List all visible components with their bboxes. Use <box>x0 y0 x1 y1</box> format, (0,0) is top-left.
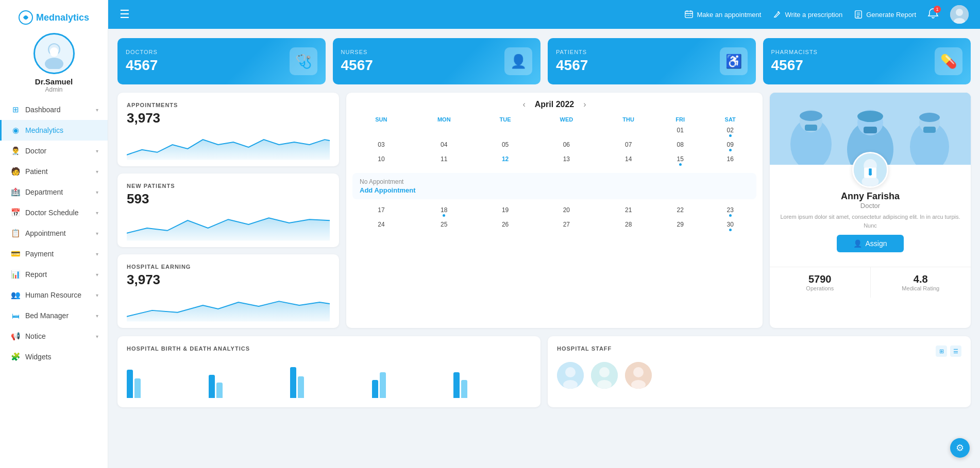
sidebar-item-notice[interactable]: 📢 Notice ▾ <box>0 326 108 346</box>
cal-day-28[interactable]: 28 <box>599 219 657 233</box>
sidebar-item-label-appointment: Appointment <box>25 229 66 237</box>
nav-icon-patient: 🧑 <box>11 167 20 176</box>
calendar-header: ‹ April 2022 › <box>351 100 757 109</box>
day-num: 19 <box>502 206 509 214</box>
cal-day-17[interactable]: 17 <box>351 204 411 219</box>
day-num: 27 <box>563 221 570 228</box>
cal-day-26[interactable]: 26 <box>477 219 534 233</box>
sidebar-item-human-resource[interactable]: 👥 Human Resource ▾ <box>0 285 108 305</box>
generate-report-button[interactable]: Generate Report <box>854 10 916 19</box>
nav-chevron-patient: ▾ <box>96 169 98 175</box>
new-patients-chart-value: 593 <box>127 191 330 207</box>
cal-day-13[interactable]: 13 <box>533 153 599 168</box>
nav-chevron-department: ▾ <box>96 189 98 195</box>
nav-icon-bed-manager: 🛏 <box>11 311 20 320</box>
sidebar-item-left: 👨‍⚕️ Doctor <box>11 146 46 155</box>
hamburger-icon[interactable]: ☰ <box>120 8 130 21</box>
cal-day-05[interactable]: 05 <box>477 139 534 153</box>
sidebar-item-label-mednalytics: Mednalytics <box>25 126 63 134</box>
cal-day-27[interactable]: 27 <box>533 219 599 233</box>
sidebar-item-left: 📋 Appointment <box>11 229 66 238</box>
sidebar-item-mednalytics[interactable]: ◉ Mednalytics <box>0 120 108 141</box>
topbar-right: Make an appointment Write a prescription… <box>684 5 969 24</box>
cal-header-thu: THU <box>599 114 657 125</box>
sidebar-item-dashboard[interactable]: ⊞ Dashboard ▾ <box>0 99 108 120</box>
staff-view-list-button[interactable]: ☰ <box>950 345 961 357</box>
cal-day-10[interactable]: 10 <box>351 153 411 168</box>
assign-button[interactable]: 👤 Assign <box>837 235 903 252</box>
cal-day-empty <box>351 125 411 139</box>
sidebar-item-bed-manager[interactable]: 🛏 Bed Manager ▾ <box>0 305 108 326</box>
cal-day-12[interactable]: 12 <box>477 153 534 168</box>
sidebar-item-doctor-schedule[interactable]: 📅 Doctor Schedule ▾ <box>0 202 108 223</box>
sidebar-item-label-department: Department <box>25 188 63 196</box>
nav-chevron-notice: ▾ <box>96 334 98 339</box>
stat-label: PATIENTS <box>556 49 588 55</box>
avatar <box>33 33 75 74</box>
add-appointment-button[interactable]: Add Appointment <box>360 186 749 194</box>
cal-day-06[interactable]: 06 <box>533 139 599 153</box>
cal-day-30[interactable]: 30 <box>703 219 757 233</box>
sidebar-item-label-patient: Patient <box>25 167 48 176</box>
cal-day-25[interactable]: 25 <box>411 219 477 233</box>
cal-day-14[interactable]: 14 <box>599 153 657 168</box>
cal-day-22[interactable]: 22 <box>657 204 703 219</box>
calendar-prev-button[interactable]: ‹ <box>522 100 525 109</box>
cal-day-04[interactable]: 04 <box>411 139 477 153</box>
bar-blue-2 <box>209 375 215 398</box>
calendar-next-button[interactable]: › <box>583 100 586 109</box>
cal-week-1: 03040506070809 <box>351 139 757 153</box>
cal-day-16[interactable]: 16 <box>703 153 757 168</box>
doctor-card: Anny Farisha Doctor Lorem ipsum dolor si… <box>770 93 971 328</box>
staff-view-grid-button[interactable]: ⊞ <box>936 345 947 357</box>
day-num: 05 <box>502 141 509 148</box>
write-prescription-button[interactable]: Write a prescription <box>772 10 842 19</box>
stat-value: 4567 <box>556 57 588 74</box>
sidebar-item-label-doctor-schedule: Doctor Schedule <box>25 209 79 217</box>
cal-popup-row: No Appointment Add Appointment <box>351 168 757 204</box>
staff-avatar-2 <box>591 362 618 389</box>
sidebar: Mednalytics Dr.Samuel Admin ⊞ Dashboard … <box>0 0 108 468</box>
sidebar-item-left: ◉ Mednalytics <box>11 126 63 135</box>
rating-stat: 4.8 Medical Rating <box>871 267 971 298</box>
cal-day-01[interactable]: 01 <box>657 125 703 139</box>
cal-day-03[interactable]: 03 <box>351 139 411 153</box>
cal-day-21[interactable]: 21 <box>599 204 657 219</box>
cal-day-11[interactable]: 11 <box>411 153 477 168</box>
stat-card-nurses: NURSES 4567 👤 <box>333 38 541 84</box>
cal-day-19[interactable]: 19 <box>477 204 534 219</box>
hospital-earning-chart-title: HOSPITAL EARNING <box>127 264 330 270</box>
stat-label: PHARMACISTS <box>771 49 818 55</box>
stat-value: 4567 <box>771 57 818 74</box>
stat-text: NURSES 4567 <box>341 49 373 74</box>
nav-chevron-doctor: ▾ <box>96 148 98 154</box>
make-appointment-button[interactable]: Make an appointment <box>684 10 761 19</box>
stat-text: PATIENTS 4567 <box>556 49 588 74</box>
cal-day-15[interactable]: 15 <box>657 153 703 168</box>
cal-day-20[interactable]: 20 <box>533 204 599 219</box>
sidebar-item-department[interactable]: 🏥 Department ▾ <box>0 182 108 202</box>
cal-day-09[interactable]: 09 <box>703 139 757 153</box>
cal-day-23[interactable]: 23 <box>703 204 757 219</box>
settings-gear-button[interactable]: ⚙ <box>950 438 970 458</box>
cal-day-08[interactable]: 08 <box>657 139 703 153</box>
sidebar-item-doctor[interactable]: 👨‍⚕️ Doctor ▾ <box>0 141 108 161</box>
sidebar-item-widgets[interactable]: 🧩 Widgets <box>0 346 108 367</box>
cal-day-02[interactable]: 02 <box>703 125 757 139</box>
event-dot <box>443 214 445 217</box>
sidebar-item-appointment[interactable]: 📋 Appointment ▾ <box>0 223 108 244</box>
bar-blue-1 <box>127 370 133 398</box>
cal-day-07[interactable]: 07 <box>599 139 657 153</box>
cal-day-29[interactable]: 29 <box>657 219 703 233</box>
notification-bell[interactable]: 1 <box>927 8 939 22</box>
sidebar-item-payment[interactable]: 💳 Payment ▾ <box>0 244 108 264</box>
nav-icon-doctor-schedule: 📅 <box>11 208 20 217</box>
cal-day-24[interactable]: 24 <box>351 219 411 233</box>
report-icon <box>854 10 863 19</box>
sidebar-item-patient[interactable]: 🧑 Patient ▾ <box>0 161 108 182</box>
cal-day-18[interactable]: 18 <box>411 204 477 219</box>
cal-day-empty <box>533 125 599 139</box>
sidebar-item-left: 🧩 Widgets <box>11 352 52 361</box>
topbar-avatar[interactable] <box>950 5 969 24</box>
sidebar-item-report[interactable]: 📊 Report ▾ <box>0 264 108 285</box>
